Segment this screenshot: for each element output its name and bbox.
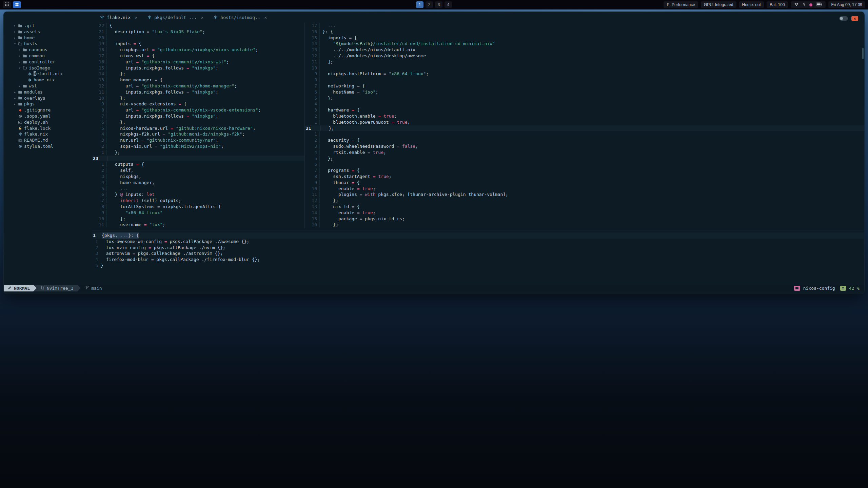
tree-item[interactable]: ▸modules [4, 89, 92, 95]
line-number: 2 [92, 245, 98, 251]
gear-icon [17, 114, 23, 118]
gutter-separator: │ [317, 101, 322, 107]
chevron-down-icon[interactable]: ▾ [17, 65, 22, 71]
line-number: 6 [92, 191, 104, 198]
line-number: 1 [92, 239, 98, 245]
chevron-right-icon[interactable]: ▸ [13, 23, 17, 29]
chevron-right-icon[interactable]: ▸ [17, 83, 22, 89]
code-text: description = "tux's NixOS Flake"; [110, 29, 205, 35]
editor-tab[interactable]: flake.nix× [100, 15, 137, 20]
tree-item[interactable]: deploy.sh [4, 119, 92, 125]
neovim-ui: ▸.git▸assets▸home▾hosts▸canopus▸common▸c… [4, 12, 864, 294]
code-line: 5│ ... [92, 186, 304, 192]
editor-pane-right[interactable]: 17│ ...16│}: {15│ imports = [14│ "${modu… [305, 23, 864, 228]
battery-icon[interactable] [816, 2, 822, 7]
code-line: 9│ nix-vscode-extensions = { [92, 101, 304, 107]
tree-item[interactable]: flake.lock [4, 125, 92, 131]
chevron-down-icon[interactable]: ▾ [13, 41, 17, 47]
tree-item[interactable]: ▾isoImage [4, 65, 92, 71]
code-text: nixpkgs.hostPlatform = "x86_64-linux"; [322, 71, 429, 77]
chevron-right-icon[interactable]: ▸ [17, 47, 22, 53]
indicator-dot-icon[interactable] [809, 3, 812, 6]
workspace-button-3[interactable]: 3 [435, 1, 442, 8]
window-toggle-icon[interactable] [839, 16, 848, 21]
code-line: 10│ }; [92, 95, 304, 101]
tree-item[interactable]: ▸wsl [4, 83, 92, 89]
folder-icon [17, 24, 23, 28]
code-text: thunar = { [322, 180, 360, 186]
chevron-spacer [13, 119, 17, 125]
gutter-separator: │ [317, 137, 322, 143]
tree-item[interactable]: home.nix [4, 77, 92, 83]
folder-icon [22, 60, 28, 64]
scrollbar-thumb[interactable] [862, 48, 864, 59]
chevron-right-icon[interactable]: ▸ [13, 29, 17, 35]
line-number: 13 [92, 77, 104, 83]
workspace-button-2[interactable]: 2 [426, 1, 433, 8]
file-explorer[interactable]: ▸.git▸assets▸home▾hosts▸canopus▸common▸c… [4, 12, 92, 294]
nix-icon [147, 15, 152, 19]
status-chip[interactable]: P: Performance [664, 1, 698, 8]
bluetooth-icon[interactable] [802, 2, 806, 7]
buffer-tabbar: flake.nix×pkgs/default ...×hosts/isoImag… [92, 12, 864, 23]
code-text: hardware = { [322, 107, 360, 113]
editor-pane-bottom[interactable]: 1 {pkgs, ...}: {1 tux-awesome-wm-config … [92, 232, 864, 269]
window-close-button[interactable]: × [851, 16, 858, 21]
code-text: nixpkgs-f2k.url = "github:moni-dz/nixpkg… [110, 131, 245, 137]
editor-pane-left[interactable]: 22│{21│ description = "tux's NixOS Flake… [92, 23, 304, 228]
editor-tab[interactable]: hosts/isoImag..× [214, 15, 267, 20]
line-number: 5 [92, 125, 104, 131]
chevron-right-icon[interactable]: ▸ [13, 35, 17, 41]
gutter-separator: │ [317, 29, 322, 35]
tree-item-label: wsl [28, 83, 37, 89]
chevron-right-icon[interactable]: ▸ [17, 59, 22, 65]
code-line: 12│ }; [305, 198, 864, 204]
tree-item-label: isoImage [28, 65, 50, 71]
chevron-right-icon[interactable]: ▸ [17, 53, 22, 59]
status-chip[interactable]: GPU: Integrated [701, 1, 736, 8]
tree-item[interactable]: ▸canopus [4, 47, 92, 53]
code-line: 3 astronvim = pkgs.callPackage ./astronv… [92, 250, 864, 257]
tree-item[interactable]: ▸pkgs [4, 101, 92, 107]
clock[interactable]: Fri Aug 09, 17:09 [828, 1, 865, 8]
app-launcher-button[interactable] [3, 1, 11, 8]
wm-logo-button[interactable] [13, 1, 21, 8]
chevron-right-icon[interactable]: ▸ [13, 89, 17, 95]
tree-item[interactable]: ▾hosts [4, 41, 92, 47]
tree-item[interactable]: .gitignore [4, 107, 92, 113]
tree-item[interactable]: ▸overlays [4, 95, 92, 101]
chevron-right-icon[interactable]: ▸ [13, 95, 17, 101]
tree-item[interactable]: ▸controller [4, 59, 92, 65]
tree-item[interactable]: default.nix [4, 71, 92, 77]
tab-close-icon[interactable]: × [263, 15, 267, 20]
line-number: 19 [92, 41, 104, 47]
tree-item[interactable]: ▸.git [4, 23, 92, 29]
statusline: NORMAL NvimTree_1 main nixos-conf [4, 285, 864, 291]
chevron-right-icon[interactable]: ▸ [13, 101, 17, 107]
tree-item[interactable]: flake.nix [4, 131, 92, 137]
gutter-separator: │ [317, 53, 322, 59]
tree-item[interactable]: ▸home [4, 35, 92, 41]
code-text: nix-ld = { [322, 204, 360, 210]
tree-item[interactable]: README.md [4, 137, 92, 143]
tree-item[interactable]: .sops.yaml [4, 113, 92, 119]
tree-item[interactable]: ▸common [4, 53, 92, 59]
line-number: 1 [92, 149, 104, 156]
tree-item[interactable]: ▸assets [4, 29, 92, 35]
wifi-icon[interactable] [794, 2, 799, 7]
gutter-separator: │ [317, 174, 322, 180]
workspace-button-1[interactable]: 1 [416, 1, 423, 8]
editor-tab[interactable]: pkgs/default ...× [147, 15, 203, 20]
status-chip[interactable]: Bat: 100 [767, 1, 788, 8]
code-line: 12│ ../../modules/nixos/desktop/awesome [305, 53, 864, 59]
line-number: 8 [305, 174, 317, 180]
code-text: }; [322, 222, 338, 228]
tab-close-icon[interactable]: × [200, 15, 204, 20]
code-text: enable = true; [322, 210, 376, 216]
code-text: imports = [ [322, 35, 357, 41]
workspace-button-4[interactable]: 4 [445, 1, 452, 8]
status-chip[interactable]: Home: out [739, 1, 764, 8]
tab-close-icon[interactable]: × [133, 15, 137, 20]
gutter-separator [98, 257, 101, 263]
tree-item[interactable]: stylua.toml [4, 143, 92, 149]
